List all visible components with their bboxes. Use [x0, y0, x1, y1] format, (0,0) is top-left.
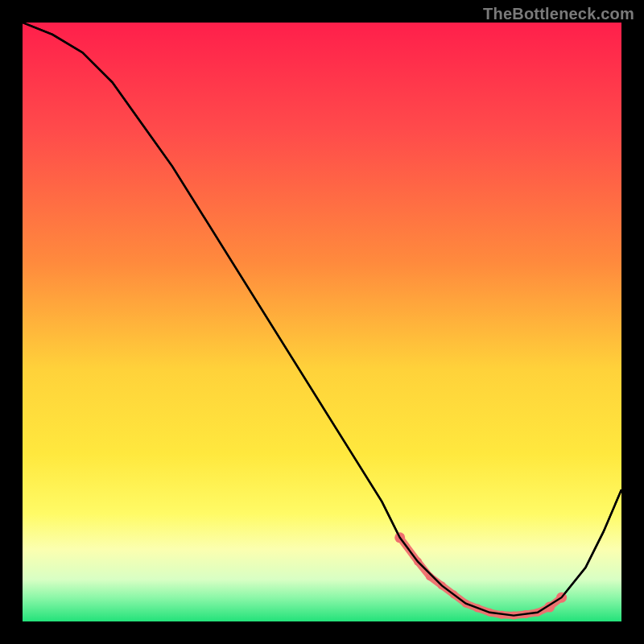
gradient-background — [23, 23, 621, 621]
chart-frame — [23, 23, 621, 621]
watermark-text: TheBottleneck.com — [483, 5, 634, 23]
chart-canvas — [23, 23, 621, 621]
